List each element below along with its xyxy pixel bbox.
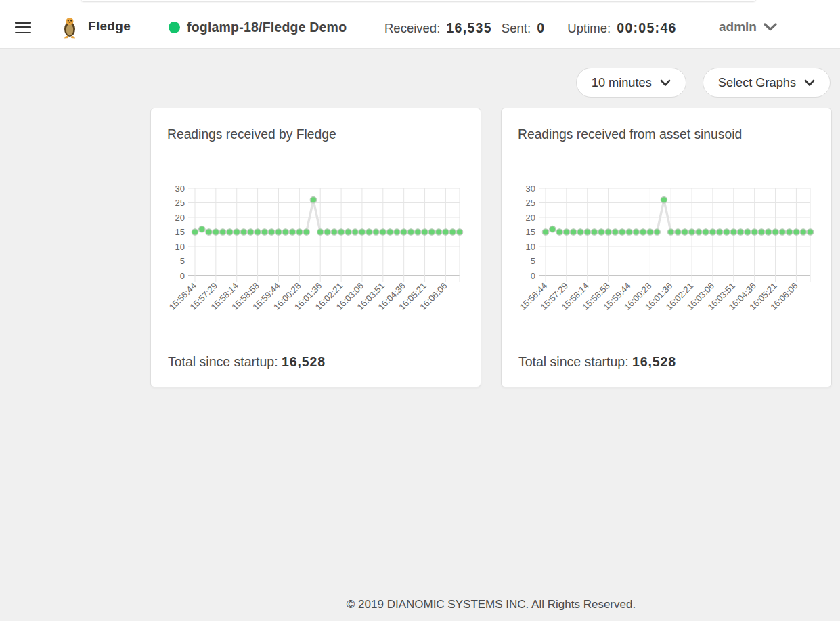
- total-value: 16,528: [282, 354, 326, 369]
- svg-text:30: 30: [175, 184, 185, 194]
- svg-text:5: 5: [180, 256, 185, 266]
- brand-title: Fledge: [88, 19, 131, 34]
- fledge-logo-bird-icon: [62, 17, 77, 39]
- svg-text:0: 0: [180, 271, 185, 281]
- sent-label: Sent:: [502, 21, 531, 36]
- total-value: 16,528: [632, 354, 676, 369]
- svg-text:15: 15: [175, 227, 185, 237]
- user-name: admin: [719, 20, 757, 35]
- readings-chart: 05101520253015:56:4415:57:2915:58:1415:5…: [151, 108, 481, 388]
- sent-value: 0: [537, 20, 545, 36]
- total-label: Total since startup:: [168, 354, 278, 369]
- footer-copyright: © 2019 DIANOMIC SYSTEMS INC. All Rights …: [142, 598, 840, 612]
- toolbar: 10 minutes Select Graphs: [150, 68, 832, 98]
- total-since-startup: Total since startup: 16,528: [168, 354, 326, 370]
- time-window-label: 10 minutes: [592, 76, 652, 90]
- select-graphs-label: Select Graphs: [718, 76, 796, 90]
- service-name: foglamp-18/Fledge Demo: [187, 20, 347, 35]
- header-stats: Received: 16,535 Sent: 0 Uptime: 00:05:4…: [384, 20, 677, 36]
- svg-text:10: 10: [526, 242, 535, 252]
- readings-chart: 05101520253015:56:4415:57:2915:58:1415:5…: [502, 108, 832, 388]
- cards-row: Readings received by Fledge 051015202530…: [150, 108, 832, 387]
- uptime-label: Uptime:: [567, 21, 611, 36]
- chevron-down-icon: [764, 23, 777, 31]
- chart-card-sinusoid: Readings received from asset sinusoid 05…: [501, 108, 832, 387]
- svg-text:25: 25: [175, 198, 185, 208]
- total-since-startup: Total since startup: 16,528: [518, 354, 676, 370]
- menu-hamburger-icon[interactable]: [15, 22, 31, 34]
- chevron-down-icon: [804, 79, 815, 87]
- uptime-value: 00:05:46: [617, 20, 676, 36]
- chevron-down-icon: [660, 79, 671, 87]
- received-label: Received:: [384, 21, 440, 36]
- svg-text:20: 20: [175, 213, 185, 223]
- total-label: Total since startup:: [518, 354, 629, 369]
- svg-text:10: 10: [175, 242, 185, 252]
- svg-text:20: 20: [526, 213, 535, 223]
- received-value: 16,535: [446, 20, 491, 36]
- svg-text:0: 0: [531, 271, 535, 281]
- time-window-dropdown[interactable]: 10 minutes: [576, 68, 686, 98]
- svg-text:15: 15: [526, 227, 535, 237]
- toast-remnant: [80, 0, 757, 2]
- svg-text:25: 25: [526, 198, 535, 208]
- user-menu[interactable]: admin: [719, 20, 777, 35]
- main-content: 10 minutes Select Graphs Readings receiv…: [142, 49, 840, 387]
- chart-card-fledge: Readings received by Fledge 051015202530…: [150, 108, 481, 387]
- app-header: Fledge foglamp-18/Fledge Demo Received: …: [0, 0, 840, 49]
- svg-text:30: 30: [526, 184, 535, 194]
- svg-text:5: 5: [531, 256, 535, 266]
- service-status-dot: [169, 22, 180, 33]
- select-graphs-dropdown[interactable]: Select Graphs: [703, 68, 831, 98]
